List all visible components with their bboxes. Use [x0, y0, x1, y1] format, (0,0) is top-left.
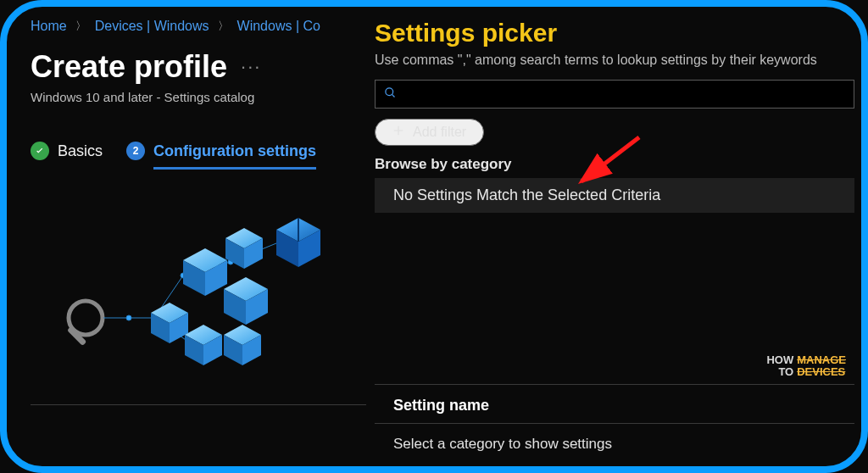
step-basics[interactable]: Basics — [31, 142, 103, 160]
chevron-right-icon: 〉 — [218, 19, 229, 34]
no-settings-match-message: No Settings Match the Selected Criteria — [375, 178, 854, 213]
plus-icon — [392, 125, 404, 140]
svg-point-33 — [386, 88, 393, 96]
watermark: HOW TO MANAGE DEVICES — [766, 354, 846, 378]
check-circle-icon — [31, 142, 49, 160]
page-subtitle: Windows 10 and later - Settings catalog — [31, 90, 375, 104]
picker-title: Settings picker — [375, 19, 861, 47]
search-icon — [384, 86, 397, 102]
step-configuration-settings[interactable]: 2 Configuration settings — [126, 142, 316, 160]
illustration-image — [56, 199, 336, 386]
step-number-icon: 2 — [126, 142, 145, 160]
search-input-wrap[interactable] — [375, 80, 854, 109]
more-actions-button[interactable]: ··· — [241, 56, 261, 78]
add-filter-button[interactable]: Add filter — [375, 119, 484, 146]
browse-by-category-label: Browse by category — [375, 156, 861, 173]
wizard-steps: Basics 2 Configuration settings — [31, 142, 375, 160]
divider — [31, 404, 366, 405]
breadcrumb-windows[interactable]: Windows | Co — [237, 19, 320, 34]
left-pane: Home 〉 Devices | Windows 〉 Windows | Co … — [7, 7, 375, 466]
svg-line-34 — [392, 94, 394, 97]
setting-name-section: Setting name Select a category to show s… — [375, 384, 854, 466]
settings-picker-pane: Settings picker Use commas "," among sea… — [375, 7, 861, 466]
setting-name-empty-text: Select a category to show settings — [375, 424, 854, 466]
page-title: Create profile — [31, 49, 227, 85]
picker-subtitle: Use commas "," among search terms to loo… — [375, 53, 861, 68]
step-label: Configuration settings — [153, 142, 316, 170]
search-input[interactable] — [405, 87, 845, 102]
step-label: Basics — [58, 142, 103, 160]
chevron-right-icon: 〉 — [75, 19, 86, 34]
add-filter-label: Add filter — [413, 125, 466, 140]
breadcrumbs: Home 〉 Devices | Windows 〉 Windows | Co — [31, 19, 375, 34]
breadcrumb-devices[interactable]: Devices | Windows — [95, 19, 209, 34]
breadcrumb-home[interactable]: Home — [31, 19, 67, 34]
setting-name-header: Setting name — [375, 385, 854, 423]
page-title-row: Create profile ··· — [31, 49, 375, 85]
svg-point-7 — [126, 315, 131, 320]
